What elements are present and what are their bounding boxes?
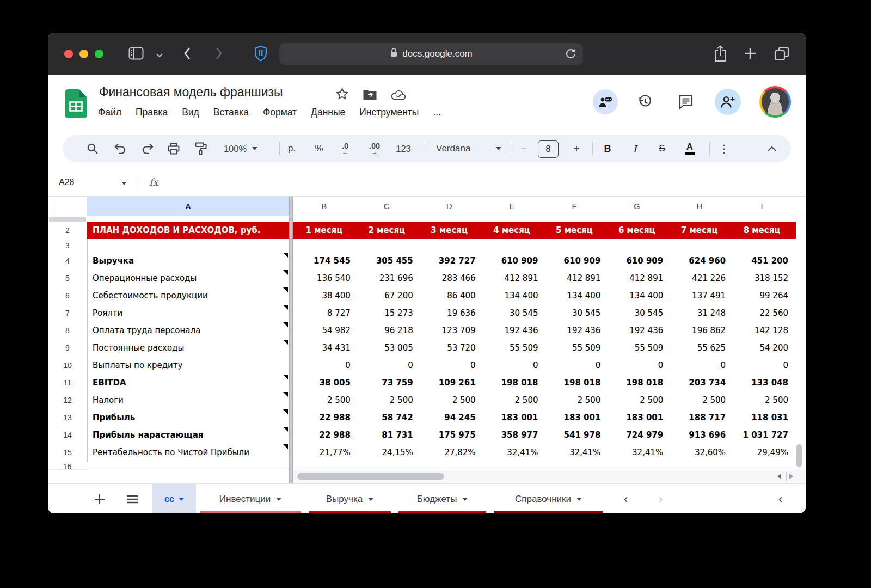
- cell-E4[interactable]: 610 909: [481, 252, 543, 270]
- frozen-pane-divider[interactable]: [289, 197, 293, 483]
- cell-A9[interactable]: Постоянные расходы: [87, 339, 289, 357]
- column-header-A[interactable]: A: [87, 197, 290, 216]
- column-header-F[interactable]: F: [543, 197, 606, 216]
- cell-A15[interactable]: Рентабельность по Чистой Прибыли: [87, 444, 289, 461]
- cell-F12[interactable]: 2 500: [543, 391, 606, 409]
- cell-F13[interactable]: 183 001: [543, 409, 606, 426]
- cell-A6[interactable]: Себестоимость продукции: [87, 287, 289, 304]
- cell-F14[interactable]: 541 978: [543, 426, 606, 444]
- cell-A8[interactable]: Оплата труда персонала: [87, 322, 289, 339]
- more-options-button[interactable]: ⋮: [717, 135, 731, 162]
- tabs-scroll-right[interactable]: ›: [659, 484, 663, 513]
- strikethrough-button[interactable]: S: [655, 135, 669, 162]
- chevron-down-icon[interactable]: [156, 51, 163, 60]
- cell-D8[interactable]: 123 709: [418, 322, 481, 339]
- month-header-3[interactable]: 3 месяц: [418, 222, 481, 239]
- tab-overview-icon[interactable]: [774, 46, 789, 63]
- month-header-6[interactable]: 6 месяц: [605, 222, 668, 239]
- cell-B6[interactable]: 38 400: [293, 287, 355, 304]
- sidebar-icon[interactable]: [128, 47, 144, 63]
- scroll-right-icon[interactable]: [789, 474, 793, 479]
- sheet-tab-2[interactable]: Выручка: [305, 484, 395, 513]
- cell-H12[interactable]: 2 500: [668, 391, 731, 409]
- cell-D7[interactable]: 19 636: [418, 304, 481, 322]
- row-header-9[interactable]: 9: [48, 339, 88, 357]
- cell-F5[interactable]: 412 891: [543, 270, 606, 287]
- new-tab-icon[interactable]: [744, 47, 757, 62]
- cell-C11[interactable]: 73 759: [355, 374, 418, 391]
- cell-H4[interactable]: 624 960: [668, 252, 731, 270]
- cell-F8[interactable]: 192 436: [543, 322, 606, 339]
- shield-privacy-icon[interactable]: [254, 45, 268, 64]
- cell-D10[interactable]: 0: [418, 357, 481, 374]
- cell-I12[interactable]: 2 500: [731, 391, 793, 409]
- cell-I10[interactable]: 0: [731, 357, 793, 374]
- horizontal-scrollbar-thumb[interactable]: [297, 473, 444, 480]
- increase-font-size-button[interactable]: +: [570, 135, 583, 162]
- version-history-icon[interactable]: [637, 94, 653, 112]
- menu-2[interactable]: Правка: [136, 107, 168, 118]
- cell-C10[interactable]: 0: [355, 357, 418, 374]
- column-header-C[interactable]: C: [355, 197, 419, 216]
- cell-E7[interactable]: 30 545: [481, 304, 543, 322]
- cell-D13[interactable]: 94 245: [418, 409, 481, 426]
- cell-G5[interactable]: 412 891: [605, 270, 668, 287]
- cell-B11[interactable]: 38 005: [293, 374, 355, 391]
- cell-G4[interactable]: 610 909: [605, 252, 668, 270]
- share-icon[interactable]: [713, 45, 727, 65]
- cell-H7[interactable]: 31 248: [668, 304, 731, 322]
- cell-E10[interactable]: 0: [481, 357, 543, 374]
- column-header-partial[interactable]: [793, 197, 806, 216]
- panel-collapse-chevron[interactable]: ‹: [778, 484, 782, 513]
- cell-G6[interactable]: 134 400: [605, 287, 668, 304]
- cell-G9[interactable]: 55 509: [605, 339, 668, 357]
- cell-E5[interactable]: 412 891: [481, 270, 543, 287]
- increase-decimal-button[interactable]: .00→: [365, 135, 384, 162]
- percent-format-button[interactable]: %: [311, 135, 327, 162]
- cell-F9[interactable]: 55 509: [543, 339, 606, 357]
- cell-I8[interactable]: 142 128: [731, 322, 793, 339]
- menu-7[interactable]: Инструменты: [359, 107, 419, 118]
- zoom-window-button[interactable]: [95, 50, 103, 58]
- header-row-title-cell[interactable]: ПЛАН ДОХОДОВ И РАСХОДОВ, руб.: [87, 222, 289, 239]
- row-header-16[interactable]: 16: [48, 461, 87, 470]
- column-header-B[interactable]: B: [293, 197, 356, 216]
- cell-G14[interactable]: 724 979: [605, 426, 668, 444]
- cell-I14[interactable]: 1 031 727: [731, 426, 793, 444]
- cell-I7[interactable]: 22 560: [731, 304, 793, 322]
- cell-C13[interactable]: 58 742: [355, 409, 418, 426]
- cell-G12[interactable]: 2 500: [605, 391, 668, 409]
- cell-A11[interactable]: EBITDA: [87, 374, 289, 391]
- document-title[interactable]: Финансовая модель франшизы: [99, 85, 283, 100]
- menu-6[interactable]: Данные: [311, 107, 345, 118]
- menu-4[interactable]: Вставка: [213, 107, 249, 118]
- row-header-12[interactable]: 12: [48, 391, 88, 409]
- search-icon[interactable]: [87, 135, 99, 162]
- cell-E15[interactable]: 32,41%: [481, 444, 543, 461]
- share-button[interactable]: [715, 89, 741, 115]
- cell-G10[interactable]: 0: [605, 357, 668, 374]
- cell-H14[interactable]: 913 696: [668, 426, 731, 444]
- refresh-icon[interactable]: [565, 47, 576, 63]
- cell-B13[interactable]: 22 988: [293, 409, 355, 426]
- cell-H10[interactable]: 0: [668, 357, 731, 374]
- sheet-tab-active[interactable]: cc: [152, 484, 196, 513]
- column-header-D[interactable]: D: [418, 197, 481, 216]
- close-window-button[interactable]: [64, 50, 73, 58]
- cell-C8[interactable]: 96 218: [355, 322, 418, 339]
- text-color-button[interactable]: A: [682, 135, 697, 162]
- month-header-8[interactable]: 8 месяц: [731, 222, 793, 239]
- cell-B12[interactable]: 2 500: [293, 391, 355, 409]
- row-header-2[interactable]: 2: [48, 222, 88, 240]
- comments-icon[interactable]: [678, 94, 694, 112]
- avatar[interactable]: [759, 86, 791, 118]
- decrease-font-size-button[interactable]: −: [517, 135, 530, 162]
- month-header-7[interactable]: 7 месяц: [668, 222, 731, 239]
- cell-E9[interactable]: 55 509: [481, 339, 543, 357]
- cell-H13[interactable]: 188 717: [668, 409, 731, 426]
- cell-D9[interactable]: 53 720: [418, 339, 481, 357]
- cell-G7[interactable]: 30 545: [605, 304, 668, 322]
- row-header-10[interactable]: 10: [48, 357, 88, 375]
- cell-I5[interactable]: 318 152: [731, 270, 793, 287]
- cell-G11[interactable]: 198 018: [605, 374, 668, 391]
